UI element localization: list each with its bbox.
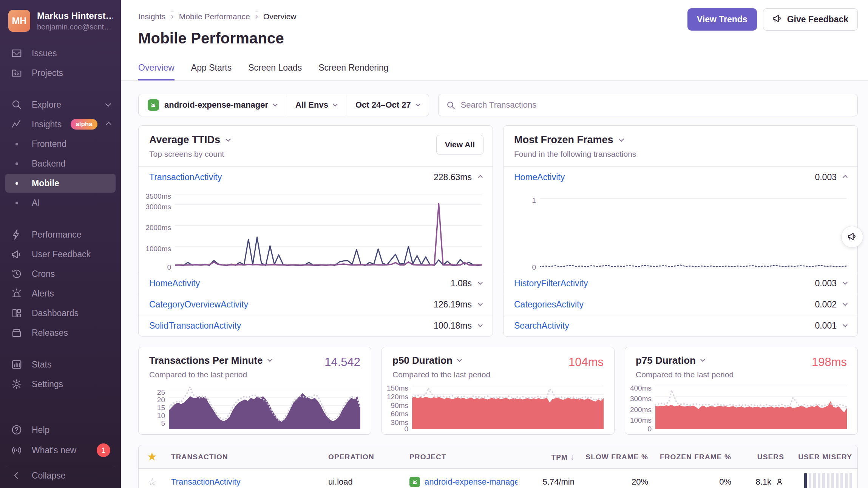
project-link[interactable]: android-expense-manager xyxy=(425,477,517,487)
chevron-down-icon[interactable] xyxy=(478,322,483,327)
star-outline-icon[interactable]: ☆ xyxy=(139,476,166,488)
chevron-left-icon xyxy=(11,469,23,482)
sidebar-item-label: Insights xyxy=(32,119,62,130)
chevron-down-icon[interactable] xyxy=(843,322,848,327)
view-trends-button[interactable]: View Trends xyxy=(687,8,757,31)
transaction-link[interactable]: CategoriesActivity xyxy=(514,300,584,310)
frozen-frame-cell: 0% xyxy=(653,477,737,487)
column-transaction[interactable]: TRANSACTION xyxy=(166,453,323,461)
sidebar-item-label: Collapse xyxy=(32,471,66,481)
transaction-link[interactable]: SolidTransactionActivity xyxy=(149,321,241,331)
sidebar-item-stats[interactable]: Stats xyxy=(5,355,116,374)
sidebar-item-label: Settings xyxy=(32,379,63,389)
tab-screen-rendering[interactable]: Screen Rendering xyxy=(318,63,388,80)
column-frozen-frame[interactable]: FROZEN FRAME % xyxy=(653,453,737,461)
chevron-up-icon[interactable] xyxy=(843,175,848,180)
page-header: Insights › Mobile Performance › Overview… xyxy=(121,0,868,81)
sidebar-item-dashboards[interactable]: Dashboards xyxy=(5,304,116,323)
project-filter-value: android-expense-manager xyxy=(164,100,268,110)
transaction-link[interactable]: TransactionActivity xyxy=(149,172,222,182)
sidebar-item-explore[interactable]: Explore xyxy=(5,95,116,114)
sidebar-item-label: Mobile xyxy=(32,178,59,188)
tab-screen-loads[interactable]: Screen Loads xyxy=(248,63,302,80)
sidebar-item-insights[interactable]: Insightsalpha xyxy=(5,115,116,134)
give-feedback-button[interactable]: Give Feedback xyxy=(763,8,858,31)
search-transactions-input[interactable] xyxy=(461,100,850,110)
tab-app-starts[interactable]: App Starts xyxy=(191,63,232,80)
sidebar-item-projects[interactable]: Projects xyxy=(5,63,116,82)
transaction-link[interactable]: TransactionActivity xyxy=(171,477,241,486)
sidebar-item-ai[interactable]: AI xyxy=(5,193,116,212)
sidebar-item-mobile[interactable]: Mobile xyxy=(5,174,116,193)
sidebar-item-crons[interactable]: Crons xyxy=(5,264,116,283)
ttid-chart-svg xyxy=(175,190,482,267)
chevron-down-icon[interactable] xyxy=(478,280,483,285)
most-frozen-frames-panel: Most Frozen Frames Found in the followin… xyxy=(503,125,858,337)
column-user-misery[interactable]: USER MISERY xyxy=(789,453,857,461)
issues-icon xyxy=(11,47,23,59)
sort-desc-icon: ↓ xyxy=(570,452,575,461)
breadcrumb-mobile-performance[interactable]: Mobile Performance xyxy=(179,12,250,21)
page-filters: android-expense-manager All Envs Oct 24–… xyxy=(138,94,429,116)
breadcrumb-insights[interactable]: Insights xyxy=(138,12,165,21)
users-cell: 8.1k xyxy=(737,477,789,487)
tab-overview[interactable]: Overview xyxy=(138,63,175,80)
floating-feedback-button[interactable] xyxy=(841,226,863,248)
date-range-filter[interactable]: Oct 24–Oct 27 xyxy=(346,94,429,116)
tpm-chart: 252015105 xyxy=(139,379,371,429)
star-icon[interactable]: ★ xyxy=(139,451,166,463)
breadcrumb-separator: › xyxy=(255,11,258,22)
chevron-up-icon[interactable] xyxy=(478,175,483,180)
sidebar-item-user-feedback[interactable]: User Feedback xyxy=(5,245,116,264)
sidebar-item-label: Stats xyxy=(32,360,51,370)
sidebar-item-backend[interactable]: Backend xyxy=(5,154,116,173)
sidebar-item-label: AI xyxy=(32,198,40,208)
p75-value: 198ms xyxy=(812,355,847,369)
chevron-down-icon[interactable] xyxy=(478,301,483,306)
p50-duration-panel: p50 Duration 104ms Compared to the last … xyxy=(381,347,615,435)
column-project[interactable]: PROJECT xyxy=(404,453,517,461)
sidebar-item-alerts[interactable]: Alerts xyxy=(5,284,116,303)
sidebar-collapse-button[interactable]: Collapse xyxy=(5,466,116,485)
ttid-chart: 3500ms3000ms2000ms1000ms0 xyxy=(139,188,493,273)
frozen-expanded-row: HomeActivity 0.003 xyxy=(504,167,857,188)
user-icon xyxy=(775,477,784,486)
sidebar-item-performance[interactable]: Performance xyxy=(5,225,116,244)
average-ttids-title[interactable]: Average TTIDs xyxy=(149,134,482,146)
sidebar-item-whats-new[interactable]: What's new1 xyxy=(5,440,116,460)
tpm-chart-svg xyxy=(169,384,360,429)
sidebar-item-label: Performance xyxy=(32,230,82,240)
gear-icon xyxy=(11,378,23,390)
sidebar-item-settings[interactable]: Settings xyxy=(5,375,116,394)
chevron-down-icon xyxy=(225,136,231,142)
environment-filter[interactable]: All Envs xyxy=(286,94,346,116)
sidebar-item-label: Projects xyxy=(32,68,63,78)
chevron-down-icon[interactable] xyxy=(843,280,848,285)
tab-bar: Overview App Starts Screen Loads Screen … xyxy=(138,63,858,80)
sidebar-item-help[interactable]: Help xyxy=(5,420,116,439)
insight-panels-row: Average TTIDs Top screens by count View … xyxy=(138,125,858,337)
column-slow-frame[interactable]: SLOW FRAME % xyxy=(580,453,653,461)
transaction-link[interactable]: HistoryFilterActivity xyxy=(514,278,588,289)
panel-title-label: p50 Duration xyxy=(392,355,453,366)
sidebar-item-issues[interactable]: Issues xyxy=(5,44,116,63)
transaction-link[interactable]: HomeActivity xyxy=(514,172,565,182)
sidebar-item-releases[interactable]: Releases xyxy=(5,323,116,342)
transaction-link[interactable]: CategoryOverviewActivity xyxy=(149,300,248,310)
most-frozen-frames-title[interactable]: Most Frozen Frames xyxy=(514,134,847,146)
p75-duration-panel: p75 Duration 198ms Compared to the last … xyxy=(625,347,858,435)
sidebar-item-label: Crons xyxy=(32,269,55,279)
view-all-button[interactable]: View All xyxy=(436,135,483,154)
ttid-value: 1.08s xyxy=(451,278,472,289)
column-tpm[interactable]: TPM ↓ xyxy=(517,452,580,462)
transaction-link[interactable]: SearchActivity xyxy=(514,321,569,331)
chevron-down-icon[interactable] xyxy=(843,301,848,306)
transaction-link[interactable]: HomeActivity xyxy=(149,278,200,289)
sidebar-item-frontend[interactable]: Frontend xyxy=(5,134,116,153)
column-operation[interactable]: OPERATION xyxy=(323,453,404,461)
user-menu[interactable]: MH Markus Hinterst… benjamin.coe@sent… xyxy=(0,0,121,43)
project-filter[interactable]: android-expense-manager xyxy=(139,94,286,116)
panel-title-label: Transactions Per Minute xyxy=(149,355,263,366)
column-users[interactable]: USERS xyxy=(737,453,789,461)
user-misery-bars xyxy=(804,473,852,488)
